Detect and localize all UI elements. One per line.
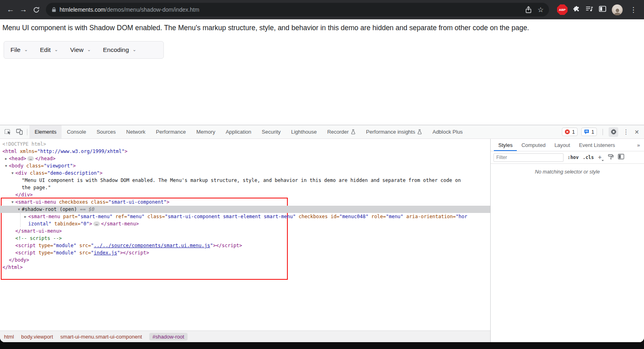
styles-sidebar-tab-layout[interactable]: Layout: [550, 139, 574, 151]
devtools-tab-sources[interactable]: Sources: [91, 125, 121, 138]
code-segment-attr: src=: [76, 250, 91, 256]
playlist-music-icon: [586, 6, 593, 12]
chrome-menu-button[interactable]: ⋮: [628, 6, 638, 14]
collapse-arrow-icon[interactable]: ▼: [17, 206, 21, 213]
tab-label: Performance insights: [366, 129, 415, 135]
code-segment-text: "Menu UI component is with Shadow DOM en…: [22, 178, 461, 183]
collapse-arrow-icon[interactable]: ▼: [10, 169, 15, 177]
profile-avatar[interactable]: [612, 4, 623, 15]
tab-label: Console: [67, 129, 86, 135]
devtools-tab-recorder[interactable]: Recorder: [322, 125, 361, 138]
dom-tree-row[interactable]: <script type="module" src="../../source/…: [0, 242, 490, 249]
devtools-tab-console[interactable]: Console: [62, 125, 91, 138]
issues-count-badge[interactable]: 1: [581, 128, 597, 136]
extensions-puzzle-button[interactable]: [573, 6, 580, 14]
inline-expand-button[interactable]: …: [27, 156, 34, 161]
new-style-rule-button[interactable]: +: [598, 155, 603, 160]
dom-tree-row[interactable]: ▼<smart-ui-menu checkboxes class="smart-…: [0, 198, 490, 206]
inline-expand-button[interactable]: …: [93, 221, 100, 226]
devtools-tab-elements[interactable]: Elements: [29, 125, 62, 138]
dom-tree-row[interactable]: </body>: [0, 256, 490, 264]
code-segment-tag: <html: [2, 149, 17, 154]
rendering-brush-button[interactable]: [608, 154, 614, 161]
inspect-element-button[interactable]: [2, 126, 14, 138]
more-tabs-button[interactable]: »: [637, 142, 641, 148]
gear-icon: [611, 129, 617, 135]
dom-tree-row[interactable]: the page.": [0, 184, 490, 191]
dom-tree-row[interactable]: <!DOCTYPE html>: [0, 140, 490, 148]
code-segment-shadow: #shadow-root (open): [22, 207, 77, 212]
devtools-settings-button[interactable]: [609, 127, 618, 137]
code-segment-tag: <div: [15, 170, 27, 176]
dom-tree-row[interactable]: </smart-ui-menu>: [0, 227, 490, 235]
kebab-icon: ⋮: [623, 128, 629, 135]
styles-sidebar-tab-computed[interactable]: Computed: [517, 139, 550, 151]
side-panel-button[interactable]: [599, 6, 606, 14]
menu-item-label: View: [70, 46, 83, 54]
styles-sidebar-tab-event-listeners[interactable]: Event Listeners: [574, 139, 619, 151]
dom-tree-row[interactable]: ▶<smart-menu part="smart-menu" ref="menu…: [0, 213, 490, 220]
breadcrumb-item-smart-ui-menu-smart-ui-component[interactable]: smart-ui-menu.smart-ui-component: [60, 334, 142, 340]
dom-tree-row[interactable]: <script type="module" src="index.js"></s…: [0, 249, 490, 256]
breadcrumb-item-html[interactable]: html: [4, 334, 14, 340]
browser-window: ← → htmlelements.com/demos/menu/shadow-d…: [0, 0, 644, 342]
back-button[interactable]: ←: [4, 3, 17, 16]
toggle-element-state-button[interactable]: :hov: [568, 155, 579, 160]
share-button[interactable]: [522, 4, 535, 16]
dom-tree-row[interactable]: ▼#shadow-root (open) == $0: [0, 206, 490, 213]
code-segment-val: "hor: [456, 214, 467, 219]
dom-tree-row[interactable]: "Menu UI component is with Shadow DOM en…: [0, 177, 490, 184]
menu-item-encoding[interactable]: Encoding⌄: [103, 46, 136, 54]
devtools-tab-memory[interactable]: Memory: [191, 125, 221, 138]
forward-button[interactable]: →: [17, 3, 30, 16]
address-bar[interactable]: htmlelements.com/demos/menu/shadow-dom/i…: [46, 3, 549, 17]
element-classes-button[interactable]: .cls: [583, 155, 594, 160]
breadcrumb-item--shadow-root[interactable]: #shadow-root: [149, 333, 188, 341]
code-segment-val: ": [91, 243, 94, 248]
chevron-down-icon: ⌄: [87, 47, 91, 52]
reload-button[interactable]: [30, 3, 43, 16]
extensions-area: ABP ⋮: [553, 4, 640, 15]
devtools-tab-performance-insights[interactable]: Performance insights: [361, 125, 427, 138]
dom-tree-row[interactable]: </html>: [0, 264, 490, 271]
sidebar-position-button[interactable]: [618, 154, 624, 161]
star-icon: ☆: [537, 6, 543, 14]
menu-item-view[interactable]: View⌄: [70, 46, 91, 54]
devtools-tab-network[interactable]: Network: [121, 125, 151, 138]
error-count-badge[interactable]: 1: [562, 128, 578, 136]
code-segment-tag: ></script>: [120, 250, 149, 256]
adblock-plus-extension-icon[interactable]: ABP: [557, 4, 568, 15]
dom-tree-row[interactable]: ▼<body class="viewport">: [0, 162, 490, 169]
menu-item-edit[interactable]: Edit⌄: [40, 46, 58, 54]
dom-tree-row[interactable]: </div>: [0, 191, 490, 198]
dom-tree-row[interactable]: izontal" tabindex="0">…</smart-menu>: [0, 220, 490, 227]
devtools-tab-application[interactable]: Application: [221, 125, 257, 138]
devtools-tab-performance[interactable]: Performance: [151, 125, 191, 138]
dom-tree-row[interactable]: ▼<div class="demo-description">: [0, 169, 490, 177]
devtools-tab-adblock-plus[interactable]: Adblock Plus: [427, 125, 468, 138]
devtools-menu-button[interactable]: ⋮: [622, 128, 630, 136]
expand-arrow-icon[interactable]: ▶: [4, 155, 8, 162]
paint-roller-icon: [608, 154, 614, 160]
devtools-tab-security[interactable]: Security: [256, 125, 286, 138]
collapse-arrow-icon[interactable]: ▼: [4, 162, 8, 169]
dom-tree-row[interactable]: <html xmlns="http://www.w3.org/1999/xhtm…: [0, 148, 490, 155]
devtools-tab-lighthouse[interactable]: Lighthouse: [286, 125, 322, 138]
dom-tree-row[interactable]: <!-- scripts -->: [0, 235, 490, 242]
device-toolbar-button[interactable]: [14, 126, 25, 138]
styles-sidebar-tab-styles[interactable]: Styles: [494, 139, 517, 151]
collapse-arrow-icon[interactable]: ▼: [10, 198, 15, 206]
styles-filter-input[interactable]: [493, 153, 564, 162]
dom-tree-row[interactable]: ▶<head>…</head>: [0, 155, 490, 162]
styles-sidebar: StylesComputedLayoutEvent Listeners » :h…: [490, 139, 644, 342]
code-segment-tag: >: [100, 170, 103, 176]
code-segment-val: ": [91, 250, 94, 256]
chevron-down-icon: ⌄: [132, 47, 136, 52]
bookmark-button[interactable]: ☆: [535, 4, 547, 16]
devtools-close-button[interactable]: ✕: [634, 129, 640, 135]
media-controls-button[interactable]: [586, 6, 593, 14]
expand-arrow-icon[interactable]: ▶: [23, 213, 28, 220]
breadcrumb-item-body-viewport[interactable]: body.viewport: [21, 334, 53, 340]
toolbar-divider: [603, 129, 603, 135]
menu-item-file[interactable]: File⌄: [10, 46, 28, 54]
